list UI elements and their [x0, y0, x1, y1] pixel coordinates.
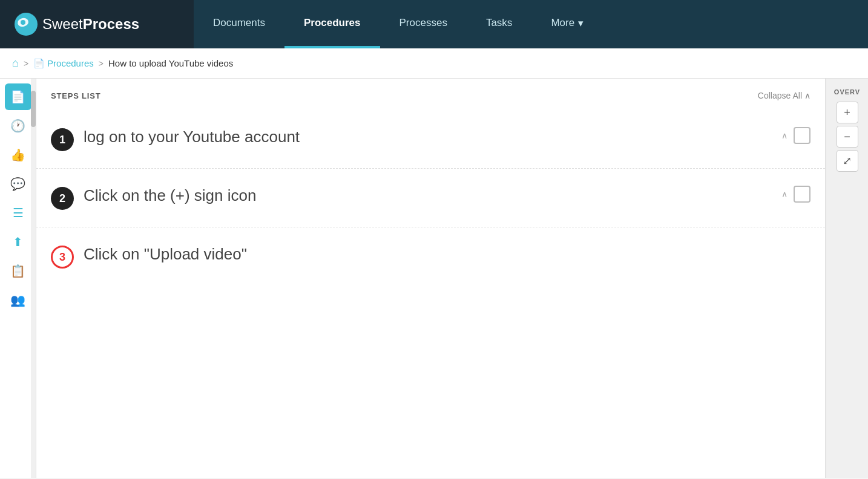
nav-links: Documents Procedures Processes Tasks Mor… [194, 0, 868, 48]
step-number-1: 1 [51, 128, 74, 151]
sidebar-icon-clock[interactable]: 🕐 [5, 112, 31, 139]
sidebar-icon-document[interactable]: 📄 [5, 83, 31, 110]
overview-panel: OVERV + − ⤢ [826, 79, 868, 478]
home-icon[interactable]: ⌂ [12, 57, 19, 70]
nav-processes[interactable]: Processes [380, 0, 467, 48]
sidebar-icon-upload[interactable]: ⬆ [5, 229, 31, 255]
step-text-3: Click on "Upload video" [84, 244, 801, 265]
left-sidebar: 📄 🕐 👍 💬 ☰ ⬆ 📋 👥 [0, 79, 36, 478]
overview-label: OVERV [832, 83, 863, 100]
chevron-up-icon: ∧ [804, 91, 810, 100]
step-item-1: 1 log on to your Youtube account ∧ [36, 110, 825, 169]
breadcrumb: ⌂ > 📄 Procedures > How to upload YouTube… [0, 48, 868, 79]
step-collapse-arrow-2[interactable]: ∧ [781, 189, 787, 199]
step-text-1: log on to your Youtube account [84, 127, 772, 148]
step-item-2: 2 Click on the (+) sign icon ∧ [36, 169, 825, 227]
step-item-3: 3 Click on "Upload video" [36, 227, 825, 285]
step-checkbox-1[interactable] [794, 127, 810, 144]
breadcrumb-procedures-link[interactable]: 📄 Procedures [33, 58, 94, 69]
steps-panel: STEPS LIST Collapse All ∧ 1 log on to yo… [36, 79, 826, 478]
sweetprocess-logo-icon [15, 13, 38, 36]
svg-point-2 [21, 20, 25, 25]
step-collapse-arrow-1[interactable]: ∧ [781, 131, 787, 140]
logo-area: SweetProcess [0, 0, 194, 48]
sidebar-icon-copy[interactable]: 📋 [5, 258, 31, 284]
breadcrumb-current-page: How to upload YouTube videos [108, 58, 233, 68]
logo-text: SweetProcess [42, 16, 139, 33]
sidebar-scrollbar[interactable] [31, 79, 36, 478]
main-layout: 📄 🕐 👍 💬 ☰ ⬆ 📋 👥 STEPS LIST Collapse All … [0, 79, 868, 478]
sidebar-icon-list[interactable]: ☰ [5, 200, 31, 226]
sidebar-icon-comment[interactable]: 💬 [5, 171, 31, 197]
step-controls-2: ∧ [781, 186, 810, 203]
top-navigation: SweetProcess Documents Procedures Proces… [0, 0, 868, 48]
step-controls-1: ∧ [781, 127, 810, 144]
sidebar-scroll-thumb [31, 91, 36, 127]
step-number-3: 3 [51, 246, 74, 269]
step-checkbox-2[interactable] [794, 186, 810, 203]
zoom-out-button[interactable]: − [837, 126, 858, 148]
breadcrumb-separator-1: > [24, 59, 28, 68]
steps-list-title: STEPS LIST [51, 91, 100, 100]
sidebar-icon-team[interactable]: 👥 [5, 287, 31, 313]
nav-procedures[interactable]: Procedures [284, 0, 380, 48]
chevron-down-icon: ▾ [578, 17, 584, 30]
content-area: STEPS LIST Collapse All ∧ 1 log on to yo… [36, 79, 868, 478]
expand-button[interactable]: ⤢ [837, 150, 858, 172]
nav-tasks[interactable]: Tasks [467, 0, 531, 48]
step-text-2: Click on the (+) sign icon [84, 186, 772, 206]
nav-documents[interactable]: Documents [194, 0, 284, 48]
step-number-2: 2 [51, 187, 74, 210]
procedures-doc-icon: 📄 [33, 58, 45, 69]
zoom-in-button[interactable]: + [837, 102, 858, 123]
collapse-all-button[interactable]: Collapse All ∧ [758, 91, 810, 100]
nav-more[interactable]: More ▾ [531, 0, 603, 48]
steps-header: STEPS LIST Collapse All ∧ [36, 79, 825, 110]
breadcrumb-separator-2: > [99, 59, 104, 68]
sidebar-icon-thumbsup[interactable]: 👍 [5, 142, 31, 168]
